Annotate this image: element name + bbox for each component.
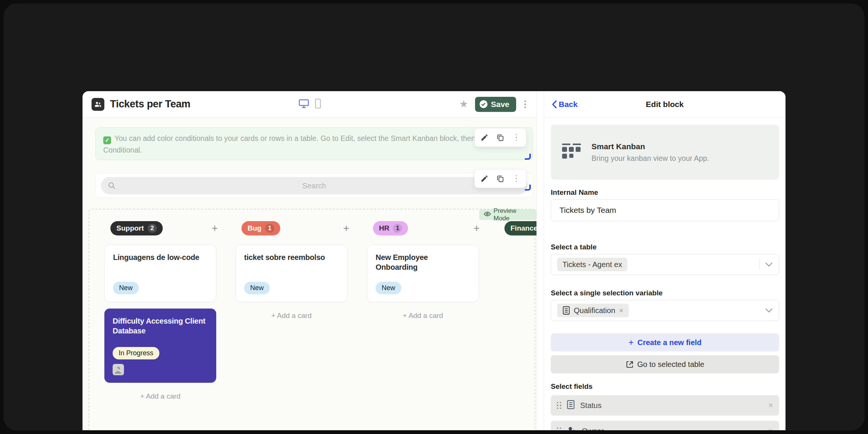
column-pill-finance: Finance (504, 221, 536, 235)
goto-table-label: Go to selected table (637, 360, 704, 369)
column-name: HR (379, 224, 389, 232)
kanban-columns: Support2Linguagens de low-codeNewDifficu… (83, 118, 536, 430)
column-pill-bug: Bug1 (241, 221, 280, 235)
back-button[interactable]: Back (552, 100, 578, 109)
card-status-badge: In Progress (113, 347, 159, 359)
variable-select-label: Select a single selection variable (551, 289, 663, 297)
list-icon (567, 400, 575, 411)
internal-name-label: Internal Name (551, 188, 598, 197)
field-name: Status (580, 401, 602, 410)
mobile-view-icon[interactable] (315, 98, 321, 110)
column-count: 1 (265, 224, 274, 233)
table-select-label: Select a table (551, 243, 596, 251)
card-status-badge: New (244, 282, 270, 294)
list-icon (562, 306, 570, 315)
variable-tag-label: Qualification (574, 306, 615, 315)
app-window: Tickets per Team ★ Save (83, 91, 785, 430)
field-row-owner[interactable]: Owner× (551, 421, 779, 430)
kanban-card[interactable]: Difficulty Accessing Client DatabaseIn P… (104, 309, 216, 383)
goto-table-button[interactable]: Go to selected table (551, 355, 779, 373)
card-title: Difficulty Accessing Client Database (113, 316, 208, 336)
remove-variable-icon[interactable]: × (619, 306, 623, 315)
column-pill-support: Support2 (110, 221, 163, 235)
kanban-app: Tickets per Team ★ Save (83, 91, 537, 430)
add-column-button[interactable]: + (470, 222, 483, 235)
internal-name-input[interactable] (551, 199, 779, 221)
card-title: Linguagens de low-code (113, 252, 208, 262)
column-pill-hr: HR1 (373, 221, 408, 235)
table-tag: Tickets - Agent ex (557, 258, 627, 271)
drag-handle[interactable] (557, 428, 561, 430)
table-select[interactable]: Tickets - Agent ex (551, 254, 779, 275)
card-status-badge: New (376, 282, 401, 294)
browser-frame: Tickets per Team ★ Save (3, 3, 865, 431)
save-button[interactable]: Save (475, 97, 516, 112)
drag-handle[interactable] (557, 402, 561, 409)
plus-icon: + (628, 337, 634, 348)
add-card-button[interactable]: + Add a card (367, 312, 479, 320)
chevron-down-icon (765, 308, 773, 313)
select-fields-label: Select fields (551, 382, 593, 391)
external-link-icon (626, 361, 634, 368)
variable-tag: Qualification × (557, 304, 629, 317)
edit-block-panel: Back Edit block Smart Kanban Bring your … (544, 91, 785, 430)
header-more-menu-icon[interactable] (523, 99, 527, 110)
column-count: 1 (393, 224, 402, 233)
remove-field-icon[interactable]: × (768, 400, 773, 410)
chevron-down-icon (765, 262, 773, 267)
app-header: Tickets per Team ★ Save (83, 91, 536, 118)
add-card-button[interactable]: + Add a card (104, 392, 216, 400)
people-icon (567, 426, 576, 430)
card-assignee-avatar (113, 364, 124, 375)
people-badge-icon (92, 98, 104, 111)
desktop-view-icon[interactable] (298, 98, 309, 110)
variable-select[interactable]: Qualification × (551, 300, 779, 321)
column-name: Bug (248, 224, 261, 232)
field-row-status[interactable]: Status× (551, 395, 779, 416)
kanban-card[interactable]: ticket sobre reembolsoNew (235, 245, 347, 302)
kanban-card[interactable]: Linguagens de low-codeNew (104, 245, 216, 302)
panel-title: Edit block (646, 100, 683, 109)
panel-header: Back Edit block (544, 91, 785, 118)
card-title: New Employee Onboarding (376, 252, 470, 272)
block-info-card: Smart Kanban Bring your kanban view to y… (551, 125, 779, 180)
save-label: Save (491, 100, 509, 109)
block-type-title: Smart Kanban (591, 142, 709, 151)
select-divider (760, 259, 760, 270)
field-name: Owner (582, 427, 604, 431)
column-name: Finance (510, 224, 536, 232)
back-label: Back (559, 100, 578, 109)
create-field-label: Create a new field (637, 338, 701, 347)
kanban-card[interactable]: New Employee OnboardingNew (367, 245, 479, 302)
create-field-button[interactable]: + Create a new field (551, 333, 779, 351)
card-status-badge: New (113, 282, 139, 294)
favorite-star-icon[interactable]: ★ (459, 99, 468, 109)
add-column-button[interactable]: + (208, 222, 221, 235)
column-count: 2 (148, 224, 157, 233)
block-type-subtitle: Bring your kanban view to your App. (591, 154, 709, 163)
table-tag-label: Tickets - Agent ex (562, 260, 622, 269)
smart-kanban-icon (561, 142, 582, 162)
device-toggle (298, 98, 321, 110)
remove-field-icon[interactable]: × (768, 426, 773, 430)
column-name: Support (116, 224, 144, 232)
add-column-button[interactable]: + (340, 222, 353, 235)
card-title: ticket sobre reembolso (244, 252, 339, 262)
page-title: Tickets per Team (110, 98, 190, 110)
check-circle-icon (480, 100, 487, 108)
panel-body: Smart Kanban Bring your kanban view to y… (544, 118, 785, 430)
add-card-button[interactable]: + Add a card (235, 312, 347, 320)
canvas: ✓You can add color conditionals to your … (83, 118, 536, 430)
